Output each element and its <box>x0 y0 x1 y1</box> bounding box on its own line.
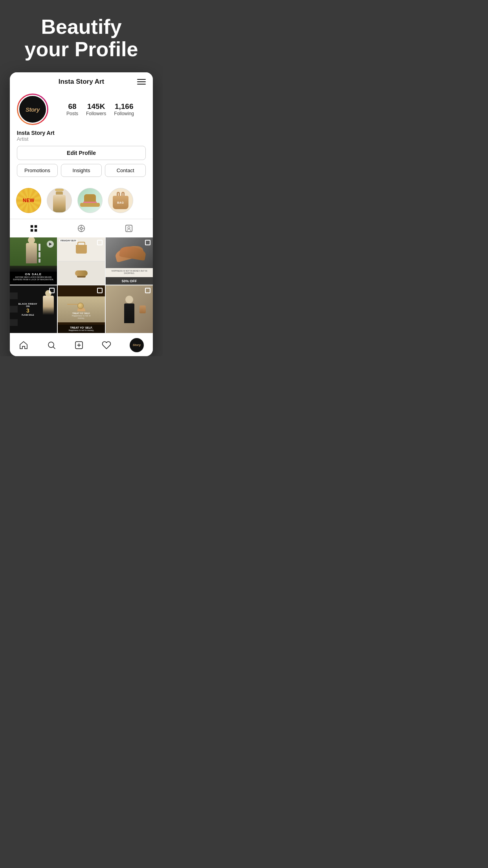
profile-info: Insta Story Art Artist <box>17 130 146 142</box>
grid-icon <box>29 224 38 233</box>
post-4-visual: BLACK FRIDAY ON 3 FLASH SALE <box>10 285 57 333</box>
vintage-head <box>125 296 133 303</box>
treat-text: TREAT YO' SELF.Happiness is not in money… <box>70 312 93 319</box>
avatar-ring: Story <box>17 94 48 125</box>
bag-visual-wrap: BAG <box>110 189 132 211</box>
avatar-wrap[interactable]: Story <box>17 94 48 125</box>
tab-tagged[interactable] <box>105 219 153 237</box>
followers-count: 145K <box>87 102 105 111</box>
svg-point-5 <box>80 228 83 230</box>
post-3-visual: HAPPINESS IS NOT IN MONEY, BUT IN SHOPPI… <box>106 237 153 285</box>
highlight-circle-hat <box>77 188 103 213</box>
vintage-coat <box>124 303 134 323</box>
post-2[interactable]: FRIADAY BUY <box>58 237 105 285</box>
nav-story[interactable]: Story <box>125 337 149 353</box>
video-indicator-6 <box>145 288 150 293</box>
insights-button[interactable]: Insights <box>61 164 102 177</box>
bag-visual: BAG <box>113 192 128 209</box>
discount-banner: 50% OFF <box>106 277 153 285</box>
posts-grid: ON SALE ANYONE WHO LACKS DESIRE MEANS SU… <box>10 237 153 333</box>
bag-label-text: BAG <box>117 201 124 204</box>
heart-icon <box>102 340 111 350</box>
reels-icon <box>77 224 86 233</box>
jewelry-area: TREAT YO' SELF.Happiness is not in money… <box>58 296 105 322</box>
stick-1 <box>39 244 40 251</box>
friday-cell-2 <box>58 261 105 285</box>
home-icon <box>19 340 28 350</box>
perfume-neck <box>56 191 63 195</box>
perfume-bottle <box>53 195 66 212</box>
highlight-new[interactable]: NEW <box>16 188 41 213</box>
highlight-bag[interactable]: BAG <box>108 188 133 213</box>
tabs-row <box>10 219 153 237</box>
stick-3 <box>39 259 40 263</box>
post-6-visual <box>106 285 153 333</box>
sale-sub-text-1: ANYONE WHO LACKS DESIRE MEANS SUFFERS FR… <box>12 276 55 281</box>
highlight-circle-perfume <box>47 188 72 213</box>
post-1-visual: ON SALE ANYONE WHO LACKS DESIRE MEANS SU… <box>10 237 57 285</box>
new-badge-text: NEW <box>23 198 35 203</box>
post-4[interactable]: BLACK FRIDAY ON 3 FLASH SALE <box>10 285 57 333</box>
svg-rect-1 <box>34 225 37 228</box>
woman-with-head <box>26 243 37 263</box>
hamburger-line-3 <box>137 84 146 85</box>
woman-body <box>26 243 37 263</box>
tab-grid[interactable] <box>10 219 57 237</box>
perfume-visual <box>53 189 66 212</box>
highlight-circle-bag: BAG <box>108 188 133 213</box>
story-avatar-btn: Story <box>130 338 144 352</box>
highlight-hat[interactable] <box>77 188 103 213</box>
followers-label: Followers <box>86 111 106 116</box>
post-5[interactable]: TREAT YO' SELF.Happiness is not in money… <box>58 285 105 333</box>
nav-home[interactable] <box>14 340 33 351</box>
post-5-visual: TREAT YO' SELF.Happiness is not in money… <box>58 285 105 333</box>
svg-point-11 <box>128 227 130 229</box>
topbar: Insta Story Art <box>10 72 153 90</box>
tagged-icon <box>125 224 133 233</box>
post-1[interactable]: ON SALE ANYONE WHO LACKS DESIRE MEANS SU… <box>10 237 57 285</box>
bf-person-body <box>43 296 54 323</box>
highlights-section: NEW <box>10 182 153 219</box>
stats-row: 68 Posts 145K Followers 1,166 Following <box>55 102 146 116</box>
video-indicator-3 <box>145 240 150 245</box>
topbar-title: Insta Story Art <box>26 78 137 86</box>
sale-text-1: ON SALE <box>12 272 55 276</box>
posts-label: Posts <box>66 111 78 116</box>
profile-top: Story 68 Posts 145K Followers 1,166 Foll… <box>17 94 146 125</box>
highlight-perfume[interactable] <box>47 188 72 213</box>
accessory-sticks <box>39 244 40 263</box>
svg-rect-0 <box>30 225 33 228</box>
stat-following: 1,166 Following <box>114 102 134 116</box>
video-indicator-2 <box>97 240 103 245</box>
following-label: Following <box>114 111 134 116</box>
svg-rect-2 <box>30 229 33 232</box>
svg-line-13 <box>53 347 55 349</box>
bottom-nav: Story <box>10 333 153 356</box>
hat-visual-wrap <box>79 193 101 208</box>
highlight-circle-new: NEW <box>16 188 41 213</box>
search-icon <box>47 340 56 350</box>
post-2-visual: FRIADAY BUY <box>58 237 105 285</box>
nav-search[interactable] <box>42 340 61 351</box>
tab-reels[interactable] <box>57 219 105 237</box>
profile-bio: Artist <box>17 136 146 142</box>
menu-button[interactable] <box>137 79 146 85</box>
vintage-person <box>124 296 134 323</box>
happiness-label: HAPPINESS IS NOT IN MONEY, BUT IN SHOPPI… <box>108 270 150 274</box>
edit-profile-button[interactable]: Edit Profile <box>17 146 146 160</box>
post-6[interactable] <box>106 285 153 333</box>
nav-create[interactable] <box>70 340 88 351</box>
post-3[interactable]: HAPPINESS IS NOT IN MONEY, BUT IN SHOPPI… <box>106 237 153 285</box>
perfume-cap <box>55 189 64 191</box>
following-count: 1,166 <box>115 102 134 111</box>
treat-overlay: TREAT YO' SELF. Happiness is not in mone… <box>58 325 105 333</box>
profile-section: Story 68 Posts 145K Followers 1,166 Foll… <box>10 90 153 177</box>
svg-rect-3 <box>34 229 37 232</box>
hat-visual <box>80 194 100 207</box>
video-indicator-4 <box>49 288 55 293</box>
promotions-button[interactable]: Promotions <box>17 164 58 177</box>
svg-rect-10 <box>126 225 132 232</box>
contact-button[interactable]: Contact <box>105 164 146 177</box>
sale-badge-1: ON SALE ANYONE WHO LACKS DESIRE MEANS SU… <box>10 272 57 281</box>
nav-likes[interactable] <box>97 340 116 351</box>
